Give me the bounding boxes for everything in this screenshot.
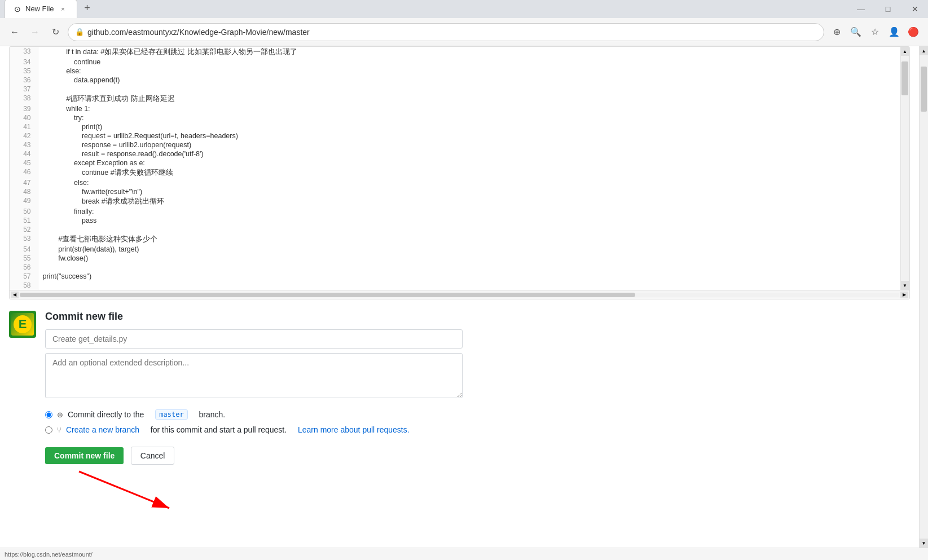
create-branch-radio[interactable] [45,426,52,434]
main-scroll-up[interactable]: ▲ [920,46,928,55]
code-table: 33 if t in data: #如果实体已经存在则跳过 比如某部电影人物另一… [10,47,909,290]
commit-directly-label: Commit directly to the [68,410,144,419]
line-code [38,85,909,94]
line-code: while 1: [38,104,909,113]
table-row: 56 [10,263,909,272]
active-tab[interactable]: ⊙ New File × [5,0,77,18]
line-number: 50 [10,207,38,216]
commit-options: ⊕ Commit directly to the master branch. … [45,409,463,434]
tab-title: New File [25,5,54,13]
main-content: 33 if t in data: #如果实体已经存在则跳过 比如某部电影人物另一… [0,46,919,548]
scroll-down-button[interactable]: ▼ [901,281,909,290]
table-row: 34 continue [10,58,909,67]
commit-icon: ⊕ [57,411,63,419]
cancel-button[interactable]: Cancel [131,447,175,465]
table-row: 41 print(t) [10,122,909,131]
line-number: 55 [10,254,38,263]
table-row: 45 except Exception as e: [10,158,909,167]
line-code: print("success") [38,272,909,281]
commit-message-input[interactable] [45,329,463,349]
line-number: 53 [10,234,38,245]
scroll-up-button[interactable]: ▲ [901,47,909,56]
line-code: try: [38,113,909,122]
main-scrollbar[interactable]: ▲ ▼ [919,46,928,548]
table-row: 40 try: [10,113,909,122]
vertical-scrollbar[interactable]: ▲ ▼ [900,47,909,290]
line-number: 42 [10,131,38,140]
reload-button[interactable]: ↻ [47,24,63,40]
line-code: result = response.read().decode('utf-8') [38,149,909,158]
table-row: 51 pass [10,216,909,225]
line-number: 36 [10,76,38,85]
line-code: pass [38,216,909,225]
line-code: print(t) [38,122,909,131]
new-tab-button[interactable]: + [80,0,95,16]
line-code: continue #请求失败循环继续 [38,167,909,178]
table-row: 57 print("success") [10,272,909,281]
line-number: 54 [10,245,38,254]
navigation-bar: ← → ↻ 🔒 github.com/eastmountyxz/Knowledg… [0,18,928,46]
svg-line-1 [79,471,169,508]
create-branch-link[interactable]: Create a new branch [66,425,139,434]
line-number: 37 [10,85,38,94]
table-row: 44 result = response.read().decode('utf-… [10,149,909,158]
line-code: finally: [38,207,909,216]
line-number: 35 [10,67,38,76]
table-row: 49 break #请求成功跳出循环 [10,196,909,207]
profile-icon[interactable]: 👤 [886,24,902,40]
line-number: 33 [10,47,38,58]
branch-badge: master [155,409,187,420]
minimize-button[interactable]: — [848,1,874,17]
commit-actions: Commit new file Cancel [45,440,463,465]
bookmark-icon[interactable]: ☆ [867,24,883,40]
commit-directly-radio[interactable] [45,411,52,418]
line-code: data.append(t) [38,76,909,85]
line-code: fw.write(result+"\n") [38,187,909,196]
table-row: 39 while 1: [10,104,909,113]
line-code: break #请求成功跳出循环 [38,196,909,207]
table-row: 52 [10,225,909,234]
line-number: 39 [10,104,38,113]
line-code: #循环请求直到成功 防止网络延迟 [38,94,909,104]
page-content: 33 if t in data: #如果实体已经存在则跳过 比如某部电影人物另一… [0,46,928,548]
table-row: 50 finally: [10,207,909,216]
line-number: 47 [10,178,38,187]
line-number: 52 [10,225,38,234]
notification-icon[interactable]: 🔴 [905,24,921,40]
back-button[interactable]: ← [7,24,23,40]
horizontal-scrollbar[interactable]: ◀ ▶ [10,290,909,299]
table-row: 55 fw.close() [10,254,909,263]
line-number: 43 [10,140,38,149]
forward-button[interactable]: → [27,24,43,40]
line-number: 41 [10,122,38,131]
line-code [38,225,909,234]
scroll-right-button[interactable]: ▶ [900,292,908,298]
address-bar[interactable]: 🔒 github.com/eastmountyxz/Knowledge-Grap… [68,23,824,41]
search-icon[interactable]: 🔍 [848,24,864,40]
status-bar: https://blog.csdn.net/eastmount/ [0,548,928,560]
translate-icon[interactable]: ⊕ [829,24,845,40]
commit-directly-option[interactable]: ⊕ Commit directly to the master branch. [45,409,463,420]
create-branch-option[interactable]: ⑂ Create a new branch for this commit an… [45,425,463,434]
commit-heading: Commit new file [45,311,463,323]
code-editor[interactable]: 33 if t in data: #如果实体已经存在则跳过 比如某部电影人物另一… [9,46,910,299]
line-number: 45 [10,158,38,167]
line-code: continue [38,58,909,67]
learn-more-link[interactable]: Learn more about pull requests. [298,425,410,434]
table-row: 58 [10,281,909,290]
table-row: 53 #查看七部电影这种实体多少个 [10,234,909,245]
main-scroll-down[interactable]: ▼ [920,539,928,548]
line-code: else: [38,178,909,187]
close-button[interactable]: ✕ [902,1,928,17]
table-row: 42 request = urllib2.Request(url=t, head… [10,131,909,140]
commit-description-textarea[interactable] [45,353,463,398]
scrollbar-thumb [901,61,908,95]
line-code: response = urllib2.urlopen(request) [38,140,909,149]
table-row: 35 else: [10,67,909,76]
tab-close-button[interactable]: × [59,5,68,14]
maximize-button[interactable]: □ [875,1,901,17]
table-row: 38 #循环请求直到成功 防止网络延迟 [10,94,909,104]
scroll-left-button[interactable]: ◀ [11,292,19,298]
commit-new-file-button[interactable]: Commit new file [45,447,124,464]
horizontal-scrollbar-thumb [20,293,635,297]
